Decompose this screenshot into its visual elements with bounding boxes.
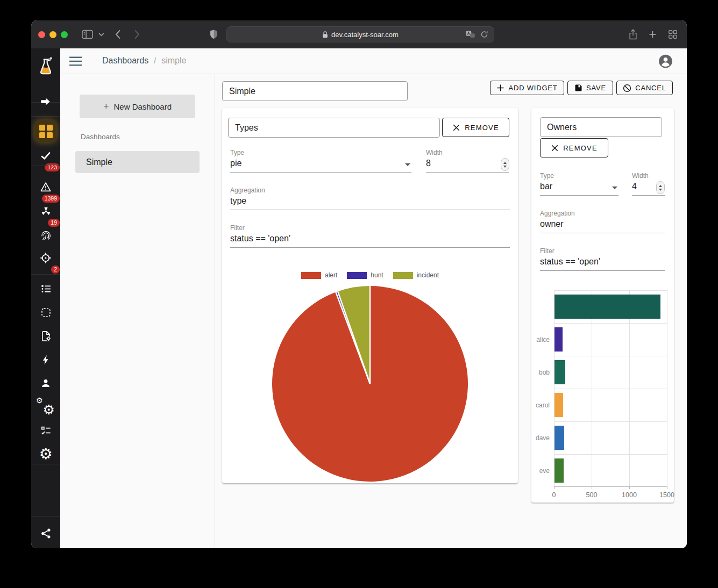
bar-category-label: bob [539, 369, 550, 376]
new-dashboard-label: New Dashboard [113, 102, 172, 111]
legend-label: hunt [371, 271, 383, 279]
share-page-icon[interactable] [628, 28, 638, 40]
aggregation-value[interactable]: owner [540, 217, 665, 233]
pie-legend: alerthuntincident [222, 271, 518, 279]
widget-name-input[interactable] [228, 118, 440, 138]
widget-card-types: REMOVE Type pie Width 8 Aggregation type [222, 108, 518, 483]
close-button[interactable] [38, 31, 45, 38]
tab-overview-icon[interactable] [668, 30, 678, 39]
fingerprint-icon[interactable] [31, 223, 60, 247]
filter-label: Filter [230, 224, 510, 232]
bar-category-label: alice [536, 336, 550, 343]
catalyst-logo-icon[interactable] [31, 54, 60, 80]
add-widget-button[interactable]: ADD WIDGET [490, 81, 564, 95]
legend-item-hunt: hunt [347, 271, 383, 279]
bar-row: alice [554, 323, 667, 356]
list-icon[interactable] [31, 277, 60, 300]
automations-gears-icon[interactable]: ⚙ ⚙ [31, 395, 60, 419]
width-number-field[interactable]: Width 8 [426, 149, 509, 173]
number-stepper[interactable] [656, 181, 665, 194]
settings-gear-icon[interactable]: ⚙ [31, 442, 60, 466]
minimize-button[interactable] [49, 31, 56, 38]
translate-icon[interactable] [465, 31, 475, 39]
x-tick-label: 0 [552, 491, 556, 499]
hunts-target-icon[interactable]: 2 [31, 246, 60, 270]
incidents-radiation-icon[interactable]: 19 [31, 199, 60, 223]
legend-swatch [347, 272, 367, 279]
bar-chart: alicebobcaroldaveeve 050010001500 [531, 290, 674, 503]
dropdown-caret-icon [612, 187, 617, 189]
breadcrumb-separator: / [154, 56, 156, 65]
plus-icon: + [103, 102, 109, 111]
url-text: dev.catalyst-soar.com [331, 31, 399, 39]
pie-svg [222, 283, 518, 483]
file-gear-icon[interactable] [31, 324, 60, 348]
type-select-field[interactable]: Type bar [540, 172, 619, 196]
sidebar-toggle-icon[interactable] [81, 30, 94, 40]
type-label: Type [230, 149, 411, 156]
widget-name-input[interactable] [540, 117, 662, 137]
bar-row: dave [554, 421, 667, 454]
bar-unlabeled [555, 295, 660, 319]
cancel-button[interactable]: CANCEL [616, 81, 673, 95]
rules-checklist-icon[interactable] [31, 419, 60, 442]
width-value[interactable]: 4 [632, 180, 665, 196]
type-select-field[interactable]: Type pie [230, 149, 411, 173]
bar-alice [555, 327, 563, 352]
bar-eve [555, 458, 564, 483]
tasks-check-icon[interactable]: 123 [31, 144, 60, 168]
dashboard-item-simple[interactable]: Simple [75, 151, 200, 173]
type-label: Type [540, 172, 619, 180]
save-button[interactable]: SAVE [567, 81, 613, 95]
user-icon[interactable] [31, 371, 60, 395]
gridline [667, 290, 667, 486]
legend-item-incident: incident [393, 271, 439, 279]
dashboard-title-input[interactable] [222, 81, 408, 101]
width-value[interactable]: 8 [426, 156, 509, 173]
breadcrumb-dashboards[interactable]: Dashboards [102, 56, 148, 66]
aggregation-label: Aggregation [230, 187, 510, 194]
aggregation-value[interactable]: type [230, 194, 510, 210]
type-value[interactable]: pie [230, 156, 411, 173]
editor-canvas: ADD WIDGET SAVE CANCEL REMOVE Type [215, 74, 687, 548]
avatar[interactable] [658, 54, 673, 68]
bar-row: carol [554, 389, 667, 421]
menu-hamburger-icon[interactable] [69, 56, 82, 66]
bar-category-label: eve [539, 467, 550, 475]
filter-value[interactable]: status == 'open' [230, 232, 510, 248]
new-dashboard-button[interactable]: + New Dashboard [80, 95, 195, 118]
start-arrow-icon[interactable] [31, 90, 60, 113]
new-tab-icon[interactable] [648, 30, 657, 39]
filter-field[interactable]: Filter status == 'open' [540, 247, 665, 271]
filter-value[interactable]: status == 'open' [540, 255, 665, 271]
x-tick-label: 500 [586, 491, 598, 499]
back-icon[interactable] [115, 30, 121, 40]
share-graph-icon[interactable] [31, 521, 60, 545]
dashboard-item-label: Simple [86, 157, 112, 167]
dashboards-icon[interactable] [31, 120, 60, 142]
privacy-shield-icon[interactable] [209, 29, 218, 40]
lock-icon [322, 31, 328, 38]
zoom-button[interactable] [61, 31, 68, 38]
alerts-warning-icon[interactable]: 1399 [31, 175, 60, 199]
reload-icon[interactable] [480, 31, 488, 39]
type-value[interactable]: bar [540, 180, 619, 196]
legend-label: alert [325, 271, 337, 279]
aggregation-field[interactable]: Aggregation type [230, 187, 510, 210]
width-number-field[interactable]: Width 4 [632, 172, 665, 196]
bar-row [554, 290, 667, 323]
forward-icon[interactable] [134, 30, 140, 40]
number-stepper[interactable] [501, 158, 509, 171]
selection-dashed-icon[interactable] [31, 300, 60, 324]
app-sidebar-rail: 123 1399 19 [31, 48, 60, 548]
chevron-down-icon[interactable] [98, 33, 104, 37]
aggregation-field[interactable]: Aggregation owner [540, 210, 665, 233]
remove-widget-button[interactable]: REMOVE [540, 138, 608, 157]
bar-plot: alicebobcaroldaveeve [554, 290, 667, 487]
breadcrumb: Dashboards / simple [102, 56, 186, 66]
legend-swatch [393, 272, 413, 279]
address-bar[interactable]: dev.catalyst-soar.com [226, 26, 494, 42]
remove-widget-button[interactable]: REMOVE [442, 118, 509, 137]
lightning-icon[interactable] [31, 348, 60, 371]
filter-field[interactable]: Filter status == 'open' [230, 224, 510, 248]
